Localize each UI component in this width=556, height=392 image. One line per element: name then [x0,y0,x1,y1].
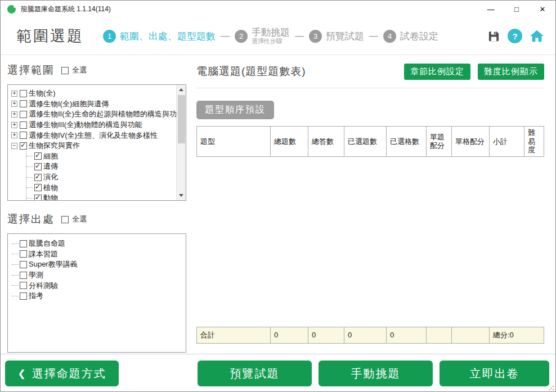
step-4: 4 試卷設定 [383,30,438,43]
back-chevron-icon: ❮ [17,368,26,380]
save-icon[interactable] [487,30,500,43]
step-dash: — [221,31,230,41]
tree-item[interactable]: 演化 [26,172,174,183]
scrollbar-track[interactable] [177,143,186,191]
scroll-up-icon[interactable] [177,85,186,94]
window-controls: — □ ✕ [478,1,555,17]
checkbox[interactable] [20,261,27,268]
app-window: 龍騰題庫命題系統 1.1.14(114) — □ ✕ 範圍選題 1 範圍、出處、… [0,0,556,392]
expand-icon[interactable]: + [11,111,17,118]
tree-connector [26,156,33,156]
checkbox[interactable] [20,292,27,300]
step-dash: — [295,31,304,41]
scrollbar-thumb[interactable] [178,95,185,143]
footer-total-score: 總分:0 [490,327,544,344]
footer-total-questions: 0 [271,327,308,344]
close-button[interactable]: ✕ [530,1,555,17]
checkbox[interactable] [34,163,42,170]
tree-item[interactable]: − 生物探究與實作 [11,141,174,151]
step-3-label: 預覽試題 [326,30,364,43]
tree-item[interactable]: + 選修生物III(全)動物體的構造與功能 [11,120,174,130]
tree-connector [12,285,19,286]
footer-total-answers: 0 [308,327,344,344]
scope-tree: + 生物(全) + 選修生物I(全)細胞與遺傳 + 選修生物II(全)生命的起源… [7,84,186,201]
expand-icon[interactable]: + [11,101,17,107]
checkbox[interactable] [34,195,42,201]
tree-item-label: 生物(全) [29,88,56,98]
list-item[interactable]: 龍騰自命題 [12,238,182,249]
scope-select-all-checkbox[interactable] [61,67,69,74]
question-type-table-header: 題型 總題數 總答數 已選題數 已選格數 單題配分 單格配分 小計 難易度 [196,126,544,157]
col-points-per-question: 單題配分 [427,127,452,157]
scroll-down-icon[interactable] [177,191,186,200]
list-item[interactable]: 指考 [12,291,182,301]
scrollbar[interactable] [176,85,186,200]
footer-selected-blanks: 0 [387,327,427,344]
checkbox[interactable] [20,240,27,247]
tree-item-label: 演化 [43,172,58,182]
step-4-label: 試卷設定 [400,30,438,43]
checkbox[interactable] [20,121,27,129]
expand-icon[interactable]: + [11,122,17,128]
generate-paper-button[interactable]: 立即出卷 [440,361,549,386]
checkbox[interactable] [34,174,42,181]
step-2-label: 手動挑題 [252,27,290,38]
tree-item-label: 動物 [43,193,58,201]
maximize-button[interactable]: □ [504,1,530,17]
list-item[interactable]: Super教學講義 [12,259,182,270]
list-item-label: 學測 [29,270,43,280]
back-button-label: 選擇命題方式 [32,366,106,381]
collapse-icon[interactable]: − [11,143,17,149]
checkbox[interactable] [20,282,27,289]
tree-item[interactable]: 細胞 [26,151,174,162]
checkbox[interactable] [20,132,27,139]
scope-select-all[interactable]: 全選 [61,65,87,75]
footer-points-per-question [427,327,452,344]
checkbox[interactable] [34,152,42,160]
expand-icon[interactable]: + [11,132,17,138]
tree-item[interactable]: 動物 [26,193,174,201]
tree-item-label: 遺傳 [43,161,58,172]
tree-item[interactable]: + 選修生物II(全)生命的起源與植物體的構造與功能 [11,109,174,120]
tree-item[interactable]: + 生物(全) [11,88,174,99]
help-icon[interactable]: ? [508,29,522,43]
expand-icon[interactable]: + [11,91,17,97]
checkbox[interactable] [20,272,27,279]
tree-item[interactable]: 遺傳 [26,161,174,172]
tree-item[interactable]: 植物 [26,182,174,193]
source-list: 龍騰自命題 課本習題 Super教學講義 學測 [7,233,186,353]
footer-points-per-blank [452,327,490,344]
list-item[interactable]: 學測 [12,270,182,281]
back-to-mode-button[interactable]: ❮ 選擇命題方式 [5,361,119,386]
checkbox[interactable] [20,100,27,107]
preview-questions-button[interactable]: 預覽試題 [198,361,312,386]
difficulty-ratio-button[interactable]: 難度比例顯示 [478,64,544,80]
tree-connector [12,296,19,296]
tree-item[interactable]: + 選修生物IV(全)生態、演化及生物多樣性 [11,130,174,141]
tree-connector [12,244,19,244]
checkbox[interactable] [20,142,27,150]
checkbox[interactable] [20,250,27,258]
tree-item[interactable]: + 選修生物I(全)細胞與遺傳 [11,99,174,110]
computer-select-header: 電腦選題(題型題數表) 章節比例設定 難度比例顯示 [196,55,544,88]
checkbox[interactable] [20,90,27,97]
tree-connector [26,198,33,199]
home-icon[interactable] [530,29,544,43]
col-selected-questions: 已選題數 [344,127,387,157]
chapter-ratio-button[interactable]: 章節比例設定 [404,64,470,80]
checkbox[interactable] [20,111,27,118]
col-points-per-blank: 單格配分 [452,127,490,157]
minimize-button[interactable]: — [478,1,504,17]
list-item[interactable]: 課本習題 [12,249,182,260]
resize-grip[interactable] [549,385,554,391]
list-item[interactable]: 分科測驗 [12,280,182,291]
question-type-table-footer: 合計 0 0 0 0 總分:0 [196,327,544,344]
source-select-all[interactable]: 全選 [61,214,87,224]
step-2: 2 手動挑題 選擇性步驟 [235,27,290,45]
type-order-preset-button[interactable]: 題型順序預設 [196,101,274,119]
table-header-row: 題型 總題數 總答數 已選題數 已選格數 單題配分 單格配分 小計 難易度 [197,127,544,157]
checkbox[interactable] [34,184,42,191]
page-header: 範圍選題 1 範圍、出處、題型題數 — 2 手動挑題 選擇性步驟 — 3 預覽試… [1,17,555,55]
manual-pick-button[interactable]: 手動挑題 [319,361,433,386]
source-select-all-checkbox[interactable] [61,216,69,223]
